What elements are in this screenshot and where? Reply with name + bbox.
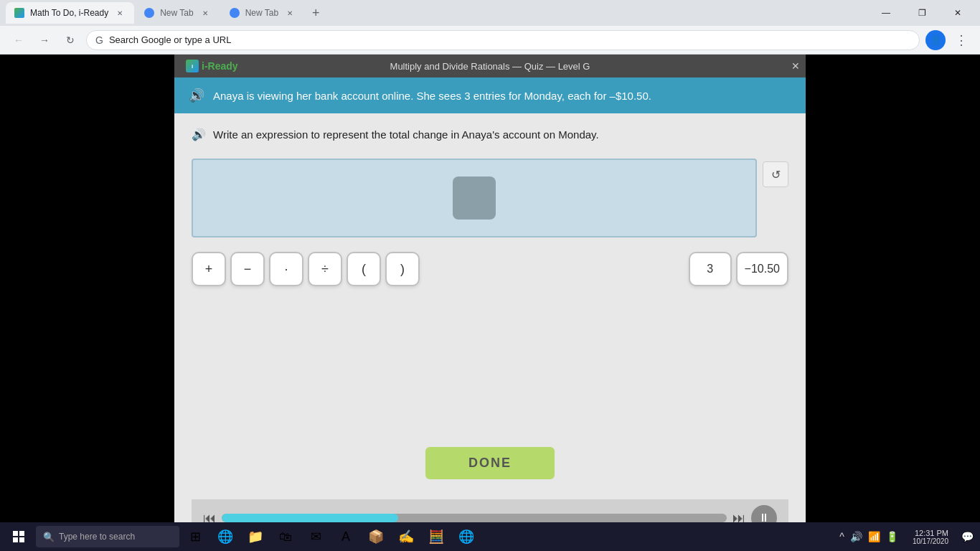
iready-titlebar: i i-Ready Multiply and Divide Rationals … [174,55,806,77]
taskbar-mail-icon[interactable]: ✉ [301,522,330,551]
iready-logo: i-Ready [202,60,238,72]
answer-box[interactable] [192,159,757,237]
maximize-button[interactable]: ❐ [905,0,938,26]
operator-open-paren[interactable]: ( [347,252,381,286]
profile-button[interactable]: 👤 [925,30,946,50]
clock-time: 12:31 PM [913,529,948,537]
system-tray: ^ 🔊 📶 🔋 [834,531,904,542]
done-area: DONE [192,438,788,488]
operators-row: + − · ÷ ( ) 3 −10.50 [192,252,788,286]
taskbar-task-view[interactable]: ⊞ [181,522,209,551]
taskbar-search-bar[interactable]: 🔍 Type here to search [36,526,179,547]
operator-minus[interactable]: − [230,252,265,286]
tab-close-newtab1[interactable]: ✕ [199,7,211,19]
browser-menu-button[interactable]: ⋮ [951,30,971,50]
tab-newtab2[interactable]: New Tab ✕ [221,2,304,24]
url-text: Search Google or type a URL [109,34,232,45]
tab-label-iready: Math To Do, i-Ready [30,8,108,18]
iready-close-button[interactable]: ✕ [791,60,800,72]
show-hidden-icons[interactable]: ^ [839,531,844,542]
sound-icon-small[interactable]: 🔊 [192,128,206,141]
tab-favicon-newtab2 [230,8,240,18]
battery-icon[interactable]: 🔋 [886,531,898,542]
operator-plus[interactable]: + [192,252,226,286]
tab-favicon-newtab1 [144,8,154,18]
question-header-text: Anaya is viewing her bank account online… [213,90,651,102]
minimize-button[interactable]: — [870,0,903,26]
iready-window: i i-Ready Multiply and Divide Rationals … [174,55,806,551]
sound-icon-header[interactable]: 🔊 [189,88,204,103]
back-button[interactable]: ← [9,30,29,50]
taskbar-right: ^ 🔊 📶 🔋 12:31 PM 10/17/2020 💬 [834,522,977,551]
tab-newtab1[interactable]: New Tab ✕ [136,2,219,24]
tab-label-newtab1: New Tab [160,8,193,18]
browser-frame: Math To Do, i-Ready ✕ New Tab ✕ New Tab … [0,0,980,551]
url-bar[interactable]: G Search Google or type a URL [86,30,920,50]
iready-logo-area: i i-Ready [186,60,238,72]
taskbar-edge-icon[interactable]: 🌐 [211,522,240,551]
taskbar-store-icon[interactable]: 🛍 [271,522,300,551]
answer-placeholder [453,176,496,220]
speaker-icon[interactable]: 🔊 [850,531,862,542]
content-area: i i-Ready Multiply and Divide Rationals … [0,55,980,551]
bottom-spacer [192,298,788,427]
network-icon[interactable]: 📶 [868,531,880,542]
taskbar-amazon-icon[interactable]: A [331,522,360,551]
progress-bar-fill [222,514,398,522]
notification-icon: 💬 [961,531,974,542]
iready-window-title: Multiply and Divide Rationals — Quiz — L… [390,61,590,72]
number-negative-10-50[interactable]: −10.50 [736,252,788,286]
title-bar: Math To Do, i-Ready ✕ New Tab ✕ New Tab … [0,0,980,26]
start-icon [13,531,24,542]
answer-area-container: ↺ [192,159,788,237]
taskbar-search-icon: 🔍 [43,532,55,542]
address-bar: ← → ↻ G Search Google or type a URL 👤 ⋮ [0,26,980,55]
taskbar-explorer-icon[interactable]: 📁 [241,522,270,551]
forward-button[interactable]: → [34,30,55,50]
taskbar-sign-icon[interactable]: ✍ [392,522,420,551]
iready-icon: i [186,60,199,72]
tab-close-newtab2[interactable]: ✕ [284,7,296,19]
taskbar-calculator-icon[interactable]: 🧮 [422,522,451,551]
question-body: 🔊 Write an expression to represent the t… [174,113,806,551]
google-icon: G [95,34,103,46]
system-clock[interactable]: 12:31 PM 10/17/2020 [907,529,954,545]
sub-question-text: Write an expression to represent the tot… [213,128,599,141]
new-tab-button[interactable]: + [306,3,326,23]
operator-dot[interactable]: · [269,252,303,286]
taskbar-search-text: Type here to search [59,532,135,542]
done-button[interactable]: DONE [425,447,555,479]
notification-button[interactable]: 💬 [957,522,977,551]
refresh-button[interactable]: ↺ [763,161,788,187]
close-button[interactable]: ✕ [941,0,974,26]
taskbar-dropbox-icon[interactable]: 📦 [362,522,390,551]
taskbar-chrome-icon[interactable]: 🌐 [452,522,481,551]
operator-close-paren[interactable]: ) [385,252,420,286]
question-header: 🔊 Anaya is viewing her bank account onli… [174,77,806,113]
progress-bar-track [222,514,727,522]
tab-favicon-iready [14,8,24,18]
taskbar: 🔍 Type here to search ⊞ 🌐 📁 🛍 ✉ A 📦 ✍ 🧮 … [0,522,980,551]
tab-iready[interactable]: Math To Do, i-Ready ✕ [6,2,134,24]
tab-close-iready[interactable]: ✕ [114,7,126,19]
window-controls: — ❐ ✕ [870,0,974,26]
tab-label-newtab2: New Tab [245,8,278,18]
operator-divide[interactable]: ÷ [308,252,342,286]
start-button[interactable] [3,522,34,551]
number-3[interactable]: 3 [689,252,732,286]
reload-button[interactable]: ↻ [60,30,80,50]
clock-date: 10/17/2020 [913,537,948,545]
sub-question: 🔊 Write an expression to represent the t… [192,128,788,141]
